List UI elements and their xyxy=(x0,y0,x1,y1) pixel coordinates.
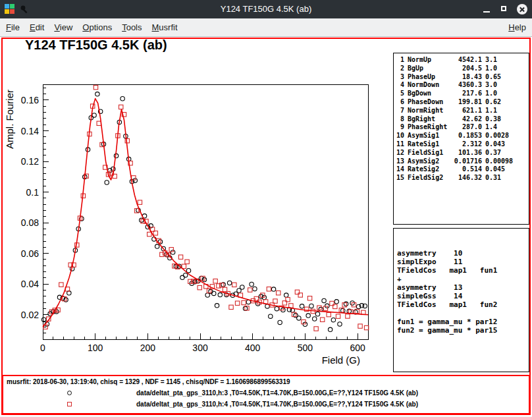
menubar-items: FileEditViewOptionsToolsMusrfit xyxy=(6,22,178,32)
menu-item-file[interactable]: File xyxy=(6,22,20,32)
close-icon xyxy=(517,4,527,14)
param-row: 3PhaseUp18.430.65 xyxy=(396,73,527,82)
param-row: 1NormUp4542.13.1 xyxy=(396,56,527,65)
legend-item: data/deltat_pta_gps_3110,h:4 ,T0=4.50K,T… xyxy=(3,401,529,410)
theory-lines: asymmetry 10simplExpo 11TFieldCos map1 f… xyxy=(397,249,525,335)
menu-item-edit[interactable]: Edit xyxy=(30,22,44,32)
window-title: Y124 TF150G 4.5K (ab) xyxy=(0,0,532,18)
titlebar: Y124 TF150G 4.5K (ab) xyxy=(0,0,532,18)
series-circles xyxy=(41,92,367,332)
theory-line: + xyxy=(397,275,525,283)
minimize-icon xyxy=(483,11,490,13)
svg-text:0: 0 xyxy=(40,343,45,353)
param-row: 9PhaseRight287.01.4 xyxy=(396,123,527,132)
maximize-icon xyxy=(501,6,506,11)
x-axis-ticks xyxy=(43,333,368,339)
menu-item-help[interactable]: Help xyxy=(508,22,526,32)
theory-line: simplExpo 11 xyxy=(397,258,525,266)
pin-icon xyxy=(20,5,29,14)
legend-marker-circle-icon xyxy=(67,391,72,395)
legend-label: data/deltat_pta_gps_3110,h:3 ,T0=4.50K,T… xyxy=(136,389,418,397)
app-window: Y124 TF150G 4.5K (ab) FileEditViewOption… xyxy=(0,0,532,417)
svg-text:300: 300 xyxy=(192,343,208,353)
menu-item-options[interactable]: Options xyxy=(82,22,112,32)
svg-text:200: 200 xyxy=(140,343,156,353)
svg-text:0.14: 0.14 xyxy=(21,126,39,136)
fourier-plot[interactable]: 01002003004005006000.020.040.060.080.10.… xyxy=(0,37,395,383)
close-button[interactable] xyxy=(516,3,528,15)
theory-line: asymmetry 10 xyxy=(397,249,525,258)
param-row: 13AsymSig20.017160.00098 xyxy=(396,157,527,166)
svg-text:Ampl. Fourier: Ampl. Fourier xyxy=(4,90,15,149)
titlebar-icons xyxy=(5,4,29,14)
theory-line: simpleGss 14 xyxy=(397,292,525,300)
svg-text:0.08: 0.08 xyxy=(21,217,39,228)
theory-line xyxy=(397,309,525,318)
legend-item: data/deltat_pta_gps_3110,h:3 ,T0=4.50K,T… xyxy=(3,389,529,399)
legend-label: data/deltat_pta_gps_3110,h:4 ,T0=4.50K,T… xyxy=(136,401,418,408)
theory-line: asymmetry 13 xyxy=(397,283,525,292)
menubar: FileEditViewOptionsToolsMusrfit Help xyxy=(0,18,532,37)
window-controls xyxy=(481,3,528,16)
maximize-button[interactable] xyxy=(498,3,510,15)
param-row: 10AsymSig10.18530.0028 xyxy=(396,132,527,140)
plot-frame xyxy=(43,84,368,339)
param-row: 4NormDown4360.33.0 xyxy=(396,81,527,90)
param-row: 15FieldSig2146.320.31 xyxy=(396,174,527,182)
theory-line: fun1 = gamma_mu * par12 xyxy=(397,318,525,326)
svg-text:500: 500 xyxy=(298,343,313,353)
parameter-pad[interactable]: 1NormUp4542.13.12BgUp204.51.03PhaseUp18.… xyxy=(393,53,529,225)
root-canvas[interactable]: Y124 TF150G 4.5K (ab) 010020030040050060… xyxy=(0,37,532,416)
svg-text:0.04: 0.04 xyxy=(21,279,39,289)
menu-item-view[interactable]: View xyxy=(54,22,72,32)
svg-text:0.02: 0.02 xyxy=(21,310,39,320)
svg-text:400: 400 xyxy=(245,343,261,353)
param-row: 6PhaseDown199.810.62 xyxy=(396,98,527,107)
svg-text:Field (G): Field (G) xyxy=(322,354,360,366)
param-row: 12FieldSig1101.360.37 xyxy=(396,149,527,157)
theory-line: TFieldCos map1 fun1 xyxy=(397,266,525,275)
svg-text:0.06: 0.06 xyxy=(21,248,39,259)
param-row: 5BgDown217.61.0 xyxy=(396,90,527,98)
axis-labels: 01002003004005006000.020.040.060.080.10.… xyxy=(4,90,365,366)
legend-marker-square-icon xyxy=(67,402,72,406)
theory-line: TFieldCos map1 fun2 xyxy=(397,300,525,309)
svg-text:100: 100 xyxy=(88,343,103,353)
svg-text:0.1: 0.1 xyxy=(26,187,40,198)
svg-text:0.12: 0.12 xyxy=(21,156,39,167)
theory-pad[interactable]: asymmetry 10simplExpo 11TFieldCos map1 f… xyxy=(393,228,529,372)
param-row: 11RateSig12.3120.043 xyxy=(396,140,527,149)
y-axis-ticks xyxy=(43,88,49,339)
menu-item-tools[interactable]: Tools xyxy=(122,22,142,32)
param-row: 14RateSig20.5140.045 xyxy=(396,165,527,174)
param-row: 8BgRight42.620.38 xyxy=(396,115,527,124)
minimize-button[interactable] xyxy=(481,3,492,15)
info-pad[interactable]: musrfit: 2018-06-30, 13:19:40, chisq = 1… xyxy=(2,375,530,414)
menu-item-musrfit[interactable]: Musrfit xyxy=(152,22,178,32)
param-row: 2BgUp204.51.0 xyxy=(396,65,527,73)
svg-text:0.16: 0.16 xyxy=(21,95,39,105)
theory-line: fun2 = gamma_mu * par15 xyxy=(397,326,525,335)
app-icon xyxy=(5,4,14,14)
fit-info-text: musrfit: 2018-06-30, 13:19:40, chisq = 1… xyxy=(7,378,290,385)
param-row: 7NormRight621.11.1 xyxy=(396,107,527,115)
parameter-rows: 1NormUp4542.13.12BgUp204.51.03PhaseUp18.… xyxy=(396,56,527,182)
svg-text:600: 600 xyxy=(350,343,365,353)
